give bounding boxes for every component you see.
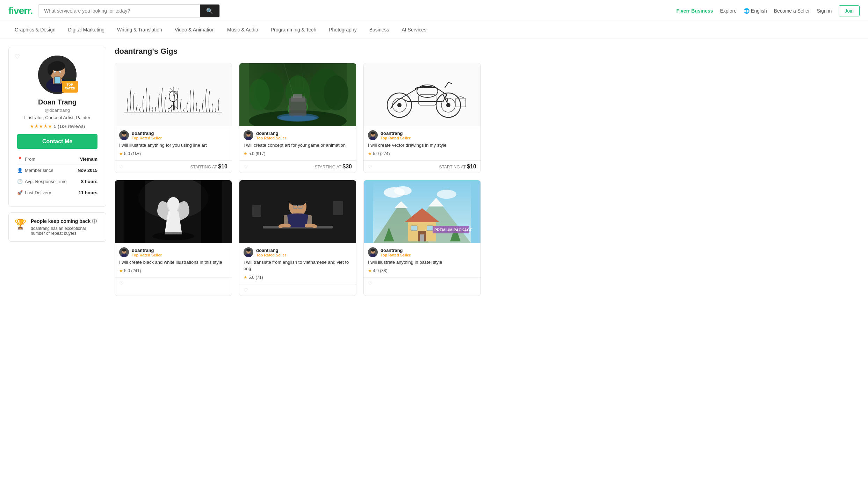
response-label: 🕐 Avg. Response Time <box>17 179 67 184</box>
gig-card[interactable]: doantrang Top Rated Seller I will create… <box>239 63 356 173</box>
user-icon: 👤 <box>17 168 23 173</box>
gig-title: I will translate from english to vietnam… <box>244 259 352 272</box>
rating-value: 5 (1k+ reviews) <box>54 124 85 129</box>
svg-point-26 <box>324 75 348 110</box>
svg-point-92 <box>394 186 412 195</box>
favorite-icon[interactable]: ♡ <box>14 53 20 60</box>
delivery-value: 11 hours <box>79 190 97 195</box>
location-icon: 📍 <box>17 157 23 162</box>
review-count: (1k+) <box>131 151 141 156</box>
svg-point-59 <box>152 232 194 240</box>
gig-thumb-inner <box>239 180 356 243</box>
gig-card[interactable]: doantrang Top Rated Seller I will create… <box>115 180 232 296</box>
header-nav: Fiverr Business Explore 🌐 English Become… <box>676 5 860 16</box>
gig-rating: ★ 4.9 (38) <box>368 268 476 273</box>
top-rated-badge: TOP RATED <box>62 81 78 93</box>
rating-value: 5.0 <box>124 268 130 273</box>
join-button[interactable]: Join <box>839 5 860 16</box>
review-count: (38) <box>380 268 387 273</box>
mini-avatar <box>119 247 129 257</box>
svg-rect-57 <box>124 180 145 243</box>
svg-point-8 <box>59 72 60 73</box>
gig-heart-icon[interactable]: ♡ <box>244 164 248 169</box>
fiverr-business-link[interactable]: Fiverr Business <box>676 8 713 14</box>
svg-rect-74 <box>252 205 261 217</box>
star-icon: ★ <box>119 151 123 156</box>
response-value: 8 hours <box>81 179 97 184</box>
seller-name-small: doantrang <box>256 131 286 136</box>
seller-info-small: doantrang Top Rated Seller <box>381 248 411 257</box>
nav-music[interactable]: Music & Audio <box>221 22 265 38</box>
seller-name-small: doantrang <box>381 131 411 136</box>
repeat-desc: doantrang has an exceptional number of r… <box>31 226 100 236</box>
language-link[interactable]: 🌐 English <box>744 8 767 14</box>
gig-heart-icon[interactable]: ♡ <box>368 164 372 169</box>
review-count: (241) <box>131 268 141 273</box>
gig-thumb-inner <box>115 63 232 126</box>
nav-video[interactable]: Video & Animation <box>168 22 221 38</box>
sidebar: ♡ <box>8 47 106 296</box>
gig-info: doantrang Top Rated Seller I will illust… <box>364 243 480 277</box>
from-value: Vietnam <box>80 157 97 162</box>
mini-avatar <box>244 130 253 140</box>
sign-in-link[interactable]: Sign in <box>817 8 832 14</box>
main-content: ♡ <box>0 38 489 304</box>
explore-link[interactable]: Explore <box>720 8 737 14</box>
svg-rect-33 <box>293 94 302 98</box>
search-input[interactable] <box>38 5 200 17</box>
gig-thumbnail <box>364 63 480 126</box>
gig-heart-icon[interactable]: ♡ <box>368 281 372 286</box>
gig-title: I will create concept art for your game … <box>244 142 352 148</box>
gig-card[interactable]: doantrang Top Rated Seller I will illust… <box>115 63 232 173</box>
seller-name-small: doantrang <box>256 248 286 253</box>
logo-dot: . <box>30 5 33 16</box>
nav-writing[interactable]: Writing & Translation <box>111 22 168 38</box>
nav-marketing[interactable]: Digital Marketing <box>62 22 111 38</box>
svg-point-20 <box>122 132 126 135</box>
gig-card[interactable]: doantrang Top Rated Seller I will transl… <box>239 180 356 296</box>
nav-programming[interactable]: Programming & Tech <box>265 22 323 38</box>
nav-ai[interactable]: AI Services <box>395 22 433 38</box>
nav-photography[interactable]: Photography <box>323 22 363 38</box>
top-rated-label: Top Rated Seller <box>132 136 162 140</box>
top-rated-label: Top Rated Seller <box>256 253 286 257</box>
info-rows: 📍 From Vietnam 👤 Member since Nov 2015 🕐 <box>17 154 97 198</box>
gig-heart-icon[interactable]: ♡ <box>119 164 124 169</box>
gig-heart-icon[interactable]: ♡ <box>244 287 248 293</box>
gig-thumbnail <box>115 180 232 243</box>
search-button[interactable]: 🔍 <box>200 5 219 17</box>
rating-value: 4.9 <box>373 268 379 273</box>
member-value: Nov 2015 <box>78 168 97 173</box>
gig-info: doantrang Top Rated Seller I will create… <box>239 126 356 160</box>
seller-info-small: doantrang Top Rated Seller <box>256 131 286 140</box>
become-seller-link[interactable]: Become a Seller <box>774 8 810 14</box>
seller-handle: @doantrang <box>17 108 97 113</box>
gig-card[interactable]: doantrang Top Rated Seller I will create… <box>363 63 481 173</box>
svg-point-62 <box>122 249 126 252</box>
delivery-icon: 🚀 <box>17 190 23 195</box>
help-icon[interactable]: ⓘ <box>92 218 97 224</box>
avatar-wrap: TOP RATED <box>38 56 77 94</box>
contact-me-button[interactable]: Contact Me <box>17 134 97 149</box>
repeat-buyers-card: 🏆 People keep coming back ⓘ doantrang ha… <box>8 212 106 242</box>
gig-card[interactable]: PREMIUM PACKAGE doantrang Top Rated Sell… <box>363 180 481 296</box>
star-icon: ★ <box>368 268 372 273</box>
logo[interactable]: fiverr. <box>8 5 32 16</box>
gig-info: doantrang Top Rated Seller I will create… <box>364 126 480 160</box>
gig-heart-icon[interactable]: ♡ <box>119 281 124 286</box>
repeat-title: People keep coming back ⓘ <box>31 218 100 225</box>
star-icon: ★ <box>368 151 372 156</box>
rating-value: 5.0 <box>124 151 130 156</box>
gig-footer: ♡ STARTING AT $30 <box>239 160 356 173</box>
delivery-row: 🚀 Last Delivery 11 hours <box>17 187 97 198</box>
gig-rating: ★ 5.0 (241) <box>119 268 227 273</box>
member-row: 👤 Member since Nov 2015 <box>17 165 97 176</box>
rating-value: 5.0 <box>248 275 254 280</box>
nav-business[interactable]: Business <box>363 22 396 38</box>
rating-value: 5.0 <box>373 151 379 156</box>
seller-row: doantrang Top Rated Seller <box>119 130 227 140</box>
seller-info-small: doantrang Top Rated Seller <box>132 131 162 140</box>
gig-price: STARTING AT $10 <box>190 164 228 170</box>
from-label: 📍 From <box>17 157 35 162</box>
nav-graphics[interactable]: Graphics & Design <box>8 22 62 38</box>
